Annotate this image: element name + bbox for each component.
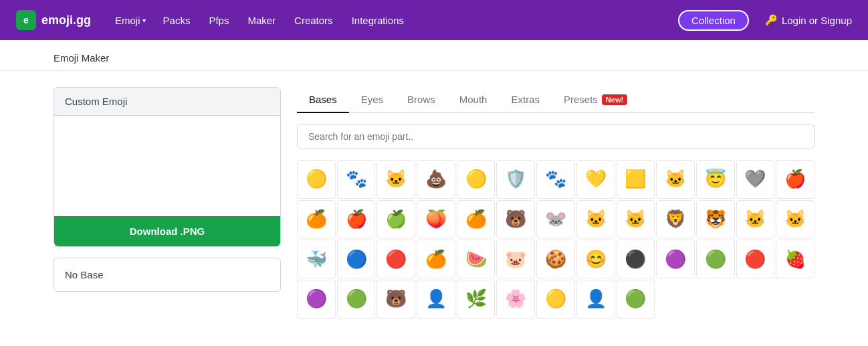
emoji-cell[interactable]: 🐱 — [576, 200, 615, 239]
no-base-label: No Base — [65, 269, 104, 280]
emoji-cell[interactable]: 🔴 — [376, 240, 415, 278]
emoji-cell[interactable]: 🐾 — [536, 160, 575, 199]
emoji-cell[interactable]: 🦁 — [656, 200, 695, 239]
tab-bases[interactable]: Bases — [297, 87, 349, 113]
emoji-cell[interactable]: 🍓 — [776, 240, 815, 278]
emoji-cell[interactable]: 🍎 — [776, 160, 815, 199]
emoji-cell[interactable]: 🛡️ — [496, 160, 535, 199]
tab-brows[interactable]: Brows — [395, 87, 447, 113]
emoji-cell[interactable]: 🐾 — [337, 160, 376, 199]
emoji-cell[interactable]: 👤 — [417, 280, 455, 319]
nav-item-emoji[interactable]: Emoji ▾ — [115, 15, 146, 26]
emoji-cell[interactable]: 🍏 — [376, 200, 415, 239]
emoji-cell[interactable]: 🐷 — [496, 240, 535, 278]
emoji-cell[interactable]: 🟢 — [337, 280, 376, 319]
emoji-cell[interactable]: 😇 — [696, 160, 735, 199]
emoji-cell[interactable]: 🐱 — [736, 200, 775, 239]
emoji-cell[interactable]: 🍊 — [417, 240, 455, 278]
emoji-cell[interactable]: 🍪 — [536, 240, 575, 278]
login-label: Login or Signup — [782, 15, 852, 26]
emoji-cell[interactable]: 🐻 — [376, 280, 415, 319]
emoji-cell[interactable]: ⚫ — [617, 240, 655, 278]
navbar: e emoji.gg Emoji ▾ Packs Pfps Maker Crea… — [0, 0, 868, 40]
emoji-cell[interactable]: 🟢 — [696, 240, 735, 278]
emoji-cell[interactable]: 🐱 — [656, 160, 695, 199]
breadcrumb: Emoji Maker — [0, 40, 868, 71]
emoji-canvas — [54, 116, 280, 216]
emoji-cell[interactable]: 🐱 — [776, 200, 815, 239]
nav-item-integrations[interactable]: Integrations — [350, 12, 405, 29]
emoji-cell[interactable]: 🍑 — [417, 200, 455, 239]
brand-logo[interactable]: e emoji.gg — [16, 10, 91, 30]
emoji-cell[interactable]: 👤 — [576, 280, 615, 319]
download-button[interactable]: Download .PNG — [54, 216, 280, 246]
login-button[interactable]: 🔑 Login or Signup — [765, 14, 852, 26]
emoji-cell[interactable]: 🟨 — [617, 160, 655, 199]
emoji-cell[interactable]: 🟡 — [297, 160, 336, 199]
key-icon: 🔑 — [765, 14, 778, 26]
nav-item-maker[interactable]: Maker — [246, 12, 277, 29]
emoji-cell[interactable]: 🟡 — [536, 280, 575, 319]
emoji-cell[interactable]: 🔵 — [337, 240, 376, 278]
right-panel: Bases Eyes Brows Mouth Extras Presets Ne… — [297, 87, 815, 319]
custom-emoji-box: Custom Emoji Download .PNG — [53, 87, 281, 247]
chevron-down-icon: ▾ — [142, 17, 146, 24]
tab-eyes[interactable]: Eyes — [349, 87, 395, 113]
emoji-cell[interactable]: 🐱 — [617, 200, 655, 239]
tab-extras[interactable]: Extras — [499, 87, 552, 113]
tabs-bar: Bases Eyes Brows Mouth Extras Presets Ne… — [297, 87, 815, 113]
emoji-cell[interactable]: 🍊 — [297, 200, 336, 239]
nav-emoji-label: Emoji — [115, 15, 140, 26]
nav-item-packs[interactable]: Packs — [162, 12, 192, 29]
emoji-cell[interactable]: 🩶 — [736, 160, 775, 199]
emoji-cell[interactable]: 💩 — [417, 160, 455, 199]
emoji-cell[interactable]: 🌿 — [457, 280, 496, 319]
emoji-cell[interactable]: 🐳 — [297, 240, 336, 278]
no-base-box: No Base — [53, 258, 281, 292]
tab-presets-label: Presets — [564, 94, 598, 105]
brand-icon: e — [16, 10, 36, 30]
emoji-cell[interactable]: 😊 — [576, 240, 615, 278]
emoji-cell[interactable]: 🟢 — [617, 280, 655, 319]
emoji-grid: 🟡 🐾 🐱 💩 🟡 🛡️ 🐾 💛 🟨 🐱 😇 🩶 🍎 🍊 🍎 🍏 🍑 🍊 🐻 🐭… — [297, 160, 815, 319]
emoji-cell[interactable]: 🐻 — [496, 200, 535, 239]
sidebar: Custom Emoji Download .PNG No Base — [53, 87, 281, 319]
emoji-cell[interactable]: 🍎 — [337, 200, 376, 239]
nav-item-creators[interactable]: Creators — [293, 12, 334, 29]
emoji-cell[interactable]: 🟡 — [457, 160, 496, 199]
emoji-cell[interactable]: 🟣 — [656, 240, 695, 278]
emoji-cell[interactable]: 💛 — [576, 160, 615, 199]
emoji-cell[interactable]: 🐭 — [536, 200, 575, 239]
tab-presets[interactable]: Presets New! — [552, 87, 639, 113]
brand-name: emoji.gg — [41, 13, 91, 27]
emoji-cell[interactable]: 🔴 — [736, 240, 775, 278]
new-badge: New! — [602, 94, 627, 105]
nav-item-pfps[interactable]: Pfps — [207, 12, 230, 29]
emoji-cell[interactable]: 🐯 — [696, 200, 735, 239]
collection-button[interactable]: Collection — [678, 10, 749, 31]
main-layout: Custom Emoji Download .PNG No Base Bases… — [0, 71, 868, 335]
breadcrumb-text: Emoji Maker — [53, 52, 109, 64]
custom-emoji-header: Custom Emoji — [54, 88, 280, 116]
search-input[interactable] — [297, 124, 815, 149]
emoji-cell[interactable]: 🌸 — [496, 280, 535, 319]
emoji-cell[interactable]: 🐱 — [376, 160, 415, 199]
emoji-cell[interactable]: 🍉 — [457, 240, 496, 278]
emoji-cell[interactable]: 🍊 — [457, 200, 496, 239]
tab-mouth[interactable]: Mouth — [447, 87, 500, 113]
emoji-cell[interactable]: 🟣 — [297, 280, 336, 319]
